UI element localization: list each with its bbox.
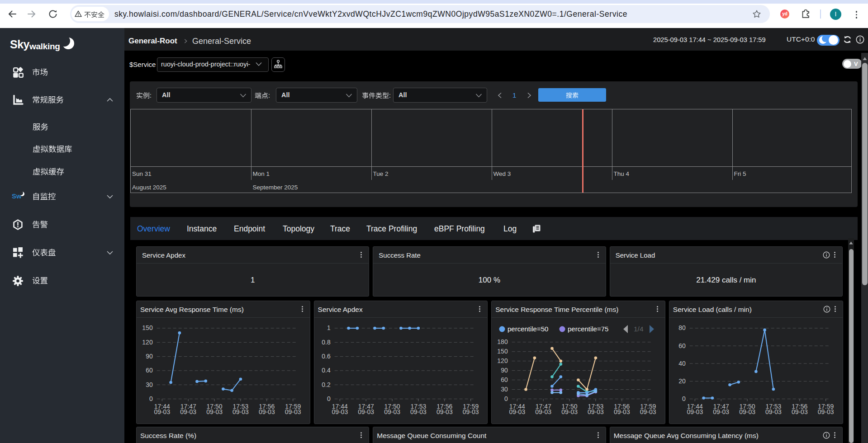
svg-text:0: 0: [504, 395, 508, 402]
svg-text:180: 180: [498, 338, 508, 345]
svg-text:09-03: 09-03: [509, 408, 526, 415]
svg-text:60: 60: [501, 376, 508, 383]
svg-text:09-03: 09-03: [259, 408, 275, 415]
svg-text:40: 40: [678, 360, 686, 367]
svg-text:0: 0: [149, 395, 153, 402]
svg-text:09-03: 09-03: [462, 408, 479, 415]
svg-text:09-03: 09-03: [232, 408, 249, 415]
svg-text:09-03: 09-03: [535, 408, 551, 415]
svg-text:09-03: 09-03: [818, 408, 834, 415]
svg-text:09-03: 09-03: [713, 408, 729, 415]
svg-text:09-03: 09-03: [154, 408, 170, 415]
svg-text:1/4: 1/4: [634, 325, 644, 333]
svg-text:09-03: 09-03: [640, 408, 656, 415]
svg-text:09-03: 09-03: [180, 408, 196, 415]
svg-text:1: 1: [327, 325, 331, 332]
svg-text:90: 90: [146, 353, 153, 360]
svg-text:09-03: 09-03: [285, 408, 301, 415]
svg-text:30: 30: [146, 381, 153, 388]
svg-text:09-03: 09-03: [332, 408, 348, 415]
svg-text:09-03: 09-03: [792, 408, 808, 415]
svg-text:90: 90: [501, 367, 508, 374]
svg-text:09-03: 09-03: [588, 408, 604, 415]
svg-text:120: 120: [498, 357, 508, 364]
svg-text:30: 30: [501, 386, 508, 393]
svg-text:0: 0: [327, 395, 331, 402]
svg-text:09-03: 09-03: [436, 408, 453, 415]
svg-text:09-03: 09-03: [614, 408, 630, 415]
svg-text:09-03: 09-03: [687, 408, 703, 415]
svg-text:09-03: 09-03: [765, 408, 782, 415]
svg-text:150: 150: [498, 348, 508, 355]
svg-text:0.2: 0.2: [322, 381, 331, 388]
svg-text:09-03: 09-03: [206, 408, 223, 415]
svg-text:60: 60: [146, 367, 153, 374]
svg-text:09-03: 09-03: [739, 408, 755, 415]
svg-text:09-03: 09-03: [384, 408, 400, 415]
svg-text:09-03: 09-03: [410, 408, 427, 415]
svg-text:0: 0: [682, 395, 686, 402]
svg-text:09-03: 09-03: [358, 408, 374, 415]
svg-text:150: 150: [142, 325, 153, 332]
svg-text:09-03: 09-03: [561, 408, 578, 415]
svg-text:20: 20: [678, 377, 686, 385]
svg-text:percentile=50: percentile=50: [508, 325, 548, 333]
svg-text:0.6: 0.6: [322, 353, 331, 360]
svg-text:0.4: 0.4: [322, 367, 331, 374]
svg-text:120: 120: [142, 339, 153, 346]
svg-text:80: 80: [678, 325, 686, 332]
svg-text:0.8: 0.8: [322, 339, 331, 346]
svg-text:percentile=75: percentile=75: [568, 325, 608, 333]
svg-text:60: 60: [678, 342, 686, 349]
